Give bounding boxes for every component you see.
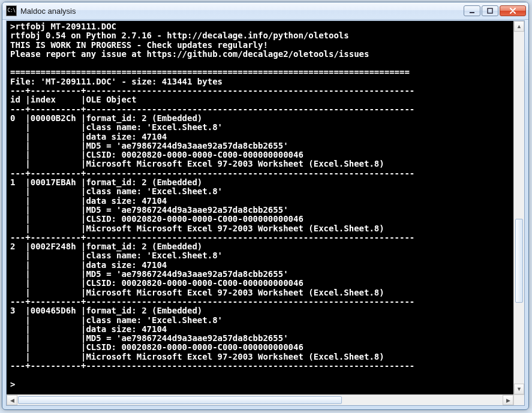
client-area: >rtfobj MT-209111.DOC rtfobj 0.54 on Pyt…	[6, 20, 525, 406]
scrollbar-corner	[513, 394, 524, 405]
horizontal-scrollbar[interactable]: ◀ ▶	[7, 394, 513, 405]
window-buttons	[464, 5, 526, 16]
scroll-up-button[interactable]: ▲	[514, 21, 524, 32]
minimize-button[interactable]	[464, 5, 480, 16]
vertical-scroll-thumb[interactable]	[515, 219, 523, 303]
window-title: Maldoc analysis	[20, 7, 464, 16]
svg-rect-0	[470, 12, 474, 13]
cmd-icon-text: C:\	[8, 8, 16, 13]
maximize-button[interactable]	[482, 5, 498, 16]
console-output: >rtfobj MT-209111.DOC rtfobj 0.54 on Pyt…	[7, 21, 513, 390]
scroll-right-button[interactable]: ▶	[503, 395, 513, 405]
svg-rect-1	[488, 8, 492, 13]
scroll-left-button[interactable]: ◀	[7, 395, 17, 405]
scroll-down-button[interactable]: ▼	[514, 384, 524, 394]
console-window: C:\ Maldoc analysis >rtfobj MT-209111.DO…	[2, 2, 529, 410]
console-viewport[interactable]: >rtfobj MT-209111.DOC rtfobj 0.54 on Pyt…	[7, 21, 513, 394]
cmd-icon: C:\	[6, 5, 17, 16]
vertical-scrollbar[interactable]: ▲ ▼	[513, 21, 524, 394]
close-button[interactable]	[500, 5, 526, 16]
horizontal-scroll-thumb[interactable]	[18, 396, 342, 404]
titlebar[interactable]: C:\ Maldoc analysis	[2, 2, 528, 20]
